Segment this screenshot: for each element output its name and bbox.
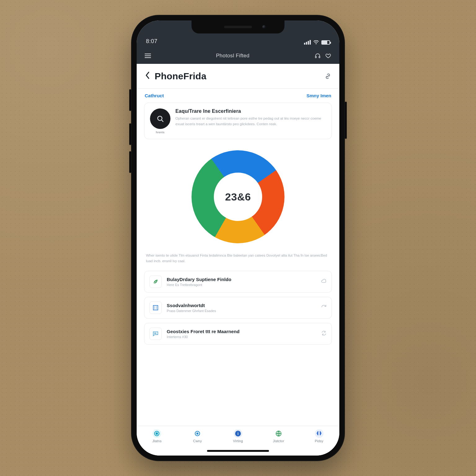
globe-icon: [274, 429, 283, 438]
tab-jlatns[interactable]: Jlatns: [137, 429, 177, 443]
brain-icon: [315, 429, 324, 438]
info-card-title: Eaqu/Trare Ine Escerfiniera: [175, 108, 326, 114]
donut-center-label: 23&6: [192, 150, 284, 243]
speaker-grille: [224, 26, 252, 28]
info-icon: [234, 429, 242, 438]
system-title-bar: Photosl Fifted: [137, 48, 339, 64]
headset-icon[interactable]: [315, 53, 321, 59]
refresh-icon: [321, 304, 327, 311]
chart-caption: Wher isento te utide Tlm etsuanol Finta …: [144, 251, 332, 265]
sublink-left[interactable]: Cathruct: [145, 93, 164, 98]
leaf-icon: [149, 275, 162, 288]
heart-icon[interactable]: [325, 53, 331, 59]
system-title: Photosl Fifted: [155, 53, 310, 59]
battery-icon: [321, 40, 330, 45]
tab-virting[interactable]: Virting: [218, 429, 258, 443]
feature-item[interactable]: Geostxies Froret ttt re Maarnend Interte…: [144, 323, 332, 345]
front-camera: [262, 25, 266, 29]
tab-label: Cwny: [193, 439, 202, 443]
avatar-caption: hrents: [156, 131, 165, 134]
cloud-icon: [321, 278, 327, 285]
app-header: PhoneFrida: [137, 64, 339, 89]
tab-label: Pidsy: [315, 439, 324, 443]
feature-subtitle: Here Es Tretteebragont: [167, 283, 316, 287]
status-right: [287, 40, 330, 45]
svg-rect-13: [238, 432, 238, 433]
tab-label: Jlatns: [152, 439, 161, 443]
svg-rect-1: [315, 56, 316, 58]
feature-item[interactable]: Ssodvalnhwortdt Prass Datenmer Ghrfant É…: [144, 297, 332, 319]
page-title: PhoneFrida: [155, 71, 320, 82]
donut-chart: 23&6: [192, 150, 284, 243]
info-card: hrents Eaqu/Trare Ine Escerfiniera Opher…: [144, 103, 332, 139]
feature-title: BulayDrdary Suptiene Finldo: [167, 277, 316, 282]
avatar: [150, 108, 170, 129]
tab-jistctor[interactable]: Jistctor: [258, 429, 299, 443]
chart-container: 23&6: [144, 139, 332, 251]
feature-list: BulayDrdary Suptiene Finldo Here Es Tret…: [144, 271, 332, 345]
chat-icon: [149, 328, 162, 340]
notch: [192, 20, 284, 33]
wifi-icon: [313, 40, 319, 45]
sync-icon: [321, 330, 327, 337]
record-icon: [193, 429, 202, 438]
feature-item[interactable]: BulayDrdary Suptiene Finldo Here Es Tret…: [144, 271, 332, 293]
building-icon: [149, 302, 162, 314]
device-frame: 8:07 Photosl Fifted: [131, 15, 345, 461]
svg-rect-12: [238, 433, 238, 435]
back-button[interactable]: [145, 71, 150, 81]
tab-cwny[interactable]: Cwny: [177, 429, 218, 443]
tab-label: Jistctor: [273, 439, 284, 443]
feature-subtitle: Prass Datenmer Ghrfant Ésades: [167, 309, 316, 313]
sublink-right[interactable]: Smny Imen: [306, 93, 331, 98]
link-icon[interactable]: [324, 73, 331, 80]
svg-point-6: [156, 333, 156, 333]
svg-point-3: [158, 116, 162, 121]
content-scroll[interactable]: hrents Eaqu/Trare Ine Escerfiniera Opher…: [137, 101, 339, 426]
svg-point-10: [197, 433, 198, 434]
signal-icon: [304, 40, 311, 45]
info-card-body: Opheran caeant er diegolrent nit teltrea…: [175, 116, 326, 127]
target-icon: [152, 429, 161, 438]
status-clock: 8:07: [146, 38, 183, 45]
menu-icon[interactable]: [145, 54, 151, 58]
feature-subtitle: Interterns #30: [167, 335, 316, 339]
feature-title: Geostxies Froret ttt re Maarnend: [167, 329, 316, 334]
svg-point-5: [154, 333, 155, 333]
tab-pidsy[interactable]: Pidsy: [299, 429, 339, 443]
svg-point-0: [315, 43, 317, 44]
svg-rect-4: [153, 305, 158, 310]
sub-link-row: Cathruct Smny Imen: [137, 89, 339, 101]
svg-point-8: [156, 433, 158, 434]
svg-rect-2: [319, 56, 320, 58]
feature-title: Ssodvalnhwortdt: [167, 303, 316, 308]
tab-label: Virting: [233, 439, 243, 443]
home-indicator[interactable]: [207, 450, 269, 452]
screen: 8:07 Photosl Fifted: [137, 20, 339, 456]
